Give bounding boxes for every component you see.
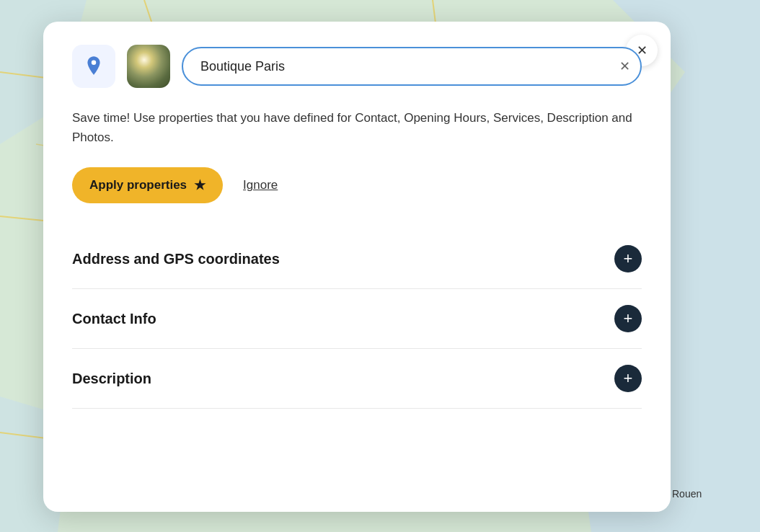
section-row-address: Address and GPS coordinates + bbox=[72, 229, 642, 289]
location-icon-button[interactable] bbox=[72, 45, 115, 88]
location-thumbnail bbox=[127, 45, 170, 88]
dialog: ✕ ✕ Save time! Use properties that you bbox=[43, 22, 671, 512]
clear-icon: ✕ bbox=[619, 58, 630, 74]
ignore-button[interactable]: Ignore bbox=[243, 178, 278, 192]
section-title-address: Address and GPS coordinates bbox=[72, 251, 280, 267]
section-row-contact: Contact Info + bbox=[72, 289, 642, 349]
svg-text:Rouen: Rouen bbox=[672, 488, 702, 500]
ignore-label: Ignore bbox=[243, 178, 278, 192]
description-text: Save time! Use properties that you have … bbox=[72, 108, 642, 147]
plus-icon-description: + bbox=[624, 371, 633, 386]
section-title-contact: Contact Info bbox=[72, 311, 156, 327]
add-contact-button[interactable]: + bbox=[614, 305, 642, 332]
svg-point-17 bbox=[92, 60, 96, 64]
add-address-button[interactable]: + bbox=[614, 245, 642, 272]
apply-properties-button[interactable]: Apply properties ★ bbox=[72, 167, 223, 203]
section-row-description: Description + bbox=[72, 349, 642, 409]
sections-list: Address and GPS coordinates + Contact In… bbox=[72, 229, 642, 409]
apply-button-label: Apply properties bbox=[89, 178, 187, 192]
header-row: ✕ bbox=[72, 45, 642, 88]
location-pin-icon bbox=[83, 55, 105, 79]
action-row: Apply properties ★ Ignore bbox=[72, 167, 642, 203]
thumbnail-image bbox=[127, 45, 170, 88]
search-clear-button[interactable]: ✕ bbox=[619, 58, 630, 74]
plus-icon-contact: + bbox=[624, 311, 633, 327]
star-icon: ★ bbox=[194, 177, 206, 193]
search-input[interactable] bbox=[182, 47, 642, 86]
add-description-button[interactable]: + bbox=[614, 365, 642, 392]
search-input-wrapper: ✕ bbox=[182, 47, 642, 86]
section-title-description: Description bbox=[72, 371, 151, 387]
plus-icon-address: + bbox=[624, 251, 633, 267]
